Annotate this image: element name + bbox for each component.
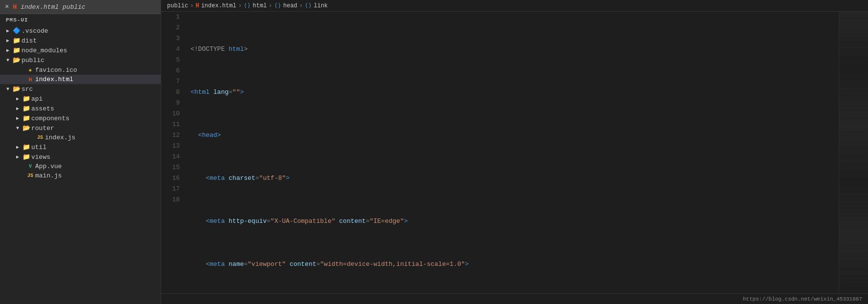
vue-file-icon: V <box>25 164 35 169</box>
file-tree: ▶ 🔷 .vscode ▶ 📁 dist ▶ 📁 node_modules ▼ … <box>0 26 161 304</box>
sidebar-item-src[interactable]: ▼ 📂 src <box>0 84 161 94</box>
breadcrumb-tag-icon1: ⟨⟩ <box>244 2 251 9</box>
item-label: dist <box>21 37 37 44</box>
folder-icon: 📁 <box>21 95 31 103</box>
arrow-icon: ▼ <box>14 126 21 131</box>
item-label: index.html <box>35 76 73 83</box>
editor: 1 2 3 4 5 6 7 8 9 10 11 12 13 14 15 16 1… <box>161 12 868 304</box>
sidebar-item-app-vue[interactable]: V App.vue <box>0 162 161 171</box>
sidebar-item-components[interactable]: ▶ 📁 components <box>0 113 161 123</box>
item-label: node_modules <box>21 47 67 54</box>
sidebar-item-router[interactable]: ▼ 📂 router <box>0 123 161 133</box>
bottom-bar: https://blog.csdn.net/weixin_45331887 <box>161 293 868 304</box>
breadcrumb-html-icon: H <box>195 2 199 9</box>
breadcrumb: public › H index.html › ⟨⟩ html › ⟨⟩ hea… <box>161 0 868 12</box>
arrow-icon: ▼ <box>4 58 12 63</box>
sidebar-item-dist[interactable]: ▶ 📁 dist <box>0 36 161 45</box>
item-label: src <box>21 86 33 93</box>
ln-14: 14 <box>161 152 180 162</box>
folder-open-icon: 📂 <box>12 56 21 64</box>
explorer-title: PMS-UI <box>0 14 161 26</box>
ln-16: 16 <box>161 173 180 184</box>
js-file-icon: JS <box>25 173 35 178</box>
code-line-5: <meta http-equiv="X-UA-Compatible" conte… <box>191 216 839 227</box>
ln-18: 18 <box>161 195 180 205</box>
item-label: favicon.ico <box>35 66 77 74</box>
sidebar-item-favicon[interactable]: ★ favicon.ico <box>0 65 161 75</box>
breadcrumb-sep3: › <box>269 2 272 9</box>
ln-12: 12 <box>161 130 180 141</box>
status-url: https://blog.csdn.net/weixin_45331887 <box>743 296 862 302</box>
line-numbers: 1 2 3 4 5 6 7 8 9 10 11 12 13 14 15 16 1… <box>161 12 186 293</box>
code-line-2: <html lang=""> <box>191 87 839 98</box>
html-file-icon: H <box>25 77 35 83</box>
arrow-icon: ▶ <box>4 38 12 43</box>
ln-4: 4 <box>161 44 180 55</box>
arrow-icon: ▶ <box>14 96 21 102</box>
item-label: components <box>31 115 69 122</box>
code-line-6: <meta name="viewport" content="width=dev… <box>191 259 839 270</box>
arrow-icon: ▶ <box>4 28 12 34</box>
breadcrumb-head: head <box>283 2 297 9</box>
ln-9: 9 <box>161 98 180 109</box>
folder-open-icon: 📂 <box>12 85 21 93</box>
code-area: 1 2 3 4 5 6 7 8 9 10 11 12 13 14 15 16 1… <box>161 12 868 293</box>
arrow-icon: ▶ <box>14 115 21 121</box>
sidebar-item-public[interactable]: ▼ 📂 public <box>0 55 161 65</box>
sidebar-item-index-html[interactable]: H index.html <box>0 75 161 84</box>
arrow-icon: ▼ <box>4 87 12 92</box>
sidebar-item-main-js[interactable]: JS main.js <box>0 171 161 180</box>
code-content[interactable]: <!DOCTYPE html> <html lang=""> <head> <m… <box>186 12 839 293</box>
item-label: main.js <box>35 172 62 179</box>
breadcrumb-sep2: › <box>238 2 242 9</box>
open-editors-header: × H index.html public <box>0 0 161 14</box>
ln-15: 15 <box>161 162 180 173</box>
breadcrumb-html: html <box>253 2 267 9</box>
js-file-icon: JS <box>35 135 45 140</box>
ln-11: 11 <box>161 119 180 130</box>
ln-8: 8 <box>161 87 180 98</box>
active-file-label: index.html public <box>21 3 85 11</box>
sidebar-item-vscode[interactable]: ▶ 🔷 .vscode <box>0 26 161 36</box>
item-label: api <box>31 95 42 103</box>
breadcrumb-sep1: › <box>190 2 193 9</box>
item-label: public <box>21 57 44 64</box>
item-label: App.vue <box>35 163 62 170</box>
code-line-4: <meta charset="utf-8"> <box>191 173 839 184</box>
html-icon: H <box>13 3 17 11</box>
item-label: assets <box>31 105 54 112</box>
breadcrumb-sep4: › <box>299 2 303 9</box>
ln-6: 6 <box>161 65 180 76</box>
item-label: views <box>31 153 50 161</box>
folder-icon: 📁 <box>21 153 31 161</box>
breadcrumb-link: link <box>314 2 328 9</box>
breadcrumb-tag-icon3: ⟨⟩ <box>305 2 312 9</box>
sidebar-item-api[interactable]: ▶ 📁 api <box>0 94 161 104</box>
ln-10: 10 <box>161 109 180 119</box>
arrow-icon: ▶ <box>14 106 21 111</box>
arrow-icon: ▶ <box>14 144 21 150</box>
folder-open-icon: 📂 <box>21 124 31 132</box>
item-label: index.js <box>45 134 75 141</box>
close-icon[interactable]: × <box>5 3 9 11</box>
minimap-content <box>839 12 868 293</box>
arrow-icon: ▶ <box>4 47 12 53</box>
code-line-3: <head> <box>191 130 839 141</box>
sidebar-item-util[interactable]: ▶ 📁 util <box>0 142 161 152</box>
item-label: util <box>31 144 46 151</box>
ln-17: 17 <box>161 184 180 195</box>
folder-icon: 📁 <box>21 143 31 151</box>
ln-7: 7 <box>161 76 180 87</box>
arrow-icon: ▶ <box>14 154 21 160</box>
sidebar-item-views[interactable]: ▶ 📁 views <box>0 152 161 162</box>
favicon-icon: ★ <box>25 66 35 74</box>
breadcrumb-filename: index.html <box>201 2 236 9</box>
folder-icon: 📁 <box>12 46 21 54</box>
sidebar-item-router-index[interactable]: JS index.js <box>0 133 161 142</box>
sidebar-item-node-modules[interactable]: ▶ 📁 node_modules <box>0 45 161 55</box>
folder-icon: 📁 <box>21 114 31 122</box>
ln-1: 1 <box>161 12 180 22</box>
ln-13: 13 <box>161 141 180 152</box>
sidebar-item-assets[interactable]: ▶ 📁 assets <box>0 104 161 113</box>
code-line-1: <!DOCTYPE html> <box>191 44 839 55</box>
